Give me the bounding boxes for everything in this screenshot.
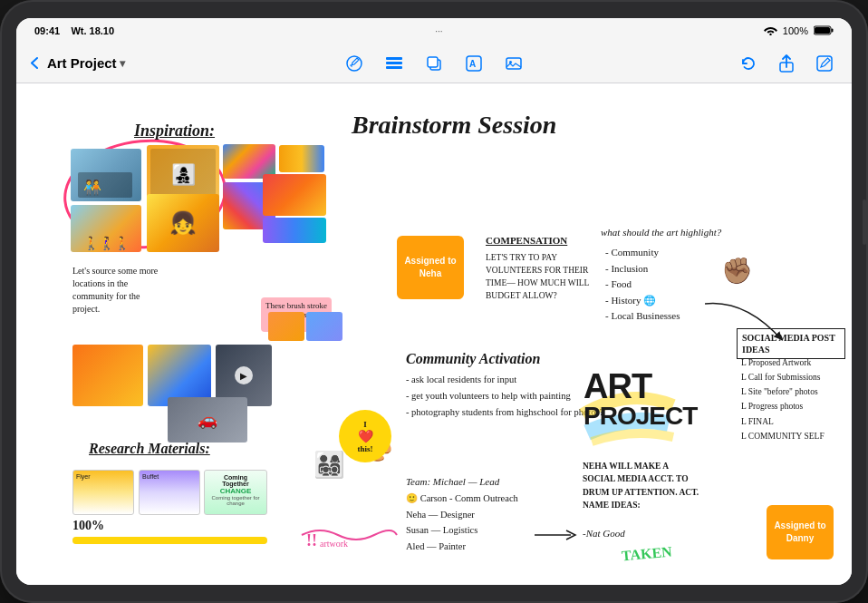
svg-rect-5 bbox=[386, 57, 402, 60]
neha-note: NEHA WILL MAKE A SOCIAL MEDIA ACCT. TO D… bbox=[583, 460, 700, 511]
doc-thumb-change[interactable]: Coming Together CHANGE Coming together f… bbox=[204, 470, 267, 515]
change-label: CHANGE bbox=[208, 487, 263, 495]
team-section: Team: Michael — Lead 🙂 Carson - Comm Out… bbox=[406, 473, 518, 555]
checklist: - Community - Inclusion - Food - History… bbox=[605, 245, 680, 325]
car-photo[interactable]: 🚗 bbox=[168, 397, 247, 443]
compensation-note: COMPENSATION LET'S TRY TO PAY VOLUNTEERS… bbox=[486, 233, 603, 303]
document-title[interactable]: Art Project ▾ bbox=[47, 55, 125, 71]
ipad-frame: 09:41 Wt. 18.10 ··· 100% bbox=[0, 0, 868, 603]
team-arrow bbox=[535, 526, 580, 544]
assigned-neha-sticky[interactable]: Assigned to Neha bbox=[397, 236, 464, 299]
time-display: 09:41 bbox=[34, 25, 60, 36]
toolbar-right bbox=[574, 51, 837, 76]
doc-thumb-1[interactable]: Flyer bbox=[72, 470, 134, 515]
svg-rect-3 bbox=[815, 27, 830, 34]
text-tool-button[interactable]: A bbox=[461, 51, 487, 76]
arrow-svg bbox=[705, 299, 786, 345]
svg-rect-7 bbox=[386, 66, 402, 69]
doc-thumb-2[interactable]: Buffet bbox=[139, 470, 200, 515]
svg-text:A: A bbox=[469, 59, 476, 69]
source-note: Let's source some more locations in the … bbox=[72, 265, 159, 316]
battery-icon bbox=[814, 25, 834, 37]
community-sketch: 👨‍👩‍👧‍👦 bbox=[288, 428, 370, 501]
title-chevron: ▾ bbox=[120, 57, 125, 70]
toolbar: Art Project ▾ A bbox=[16, 44, 852, 83]
image-tool-button[interactable] bbox=[501, 51, 526, 76]
side-button[interactable] bbox=[863, 199, 866, 245]
exclamation-text: !! bbox=[306, 531, 317, 550]
list-tool-button[interactable] bbox=[381, 51, 407, 76]
fist-emoji: ✊🏽 bbox=[721, 256, 753, 286]
svg-point-0 bbox=[769, 33, 771, 34]
title-text: Art Project bbox=[47, 55, 117, 71]
art-project-logo: ART PROJECT bbox=[583, 369, 697, 429]
status-time: 09:41 Wt. 18.10 bbox=[34, 25, 114, 36]
social-media-items: L Proposed Artwork L Call for Submission… bbox=[741, 355, 825, 443]
compensation-body: LET'S TRY TO PAY VOLUNTEERS FOR THEIR TI… bbox=[486, 251, 603, 303]
copy-tool-button[interactable] bbox=[421, 51, 447, 76]
pencil-tool-button[interactable] bbox=[342, 51, 367, 76]
svg-rect-15 bbox=[817, 56, 832, 71]
photo-1[interactable]: 🧑‍🤝‍🧑 bbox=[71, 149, 141, 201]
art-text-line1: ART bbox=[583, 369, 697, 404]
svg-point-4 bbox=[347, 56, 362, 71]
smiley: 🙂 bbox=[406, 493, 418, 503]
location-photo-1[interactable] bbox=[72, 345, 143, 406]
center-dots: ··· bbox=[435, 26, 442, 36]
svg-rect-9 bbox=[428, 57, 438, 67]
photo-abstract1[interactable] bbox=[279, 145, 324, 172]
research-heading: Research Materials: bbox=[89, 441, 210, 457]
back-button[interactable] bbox=[31, 56, 43, 71]
inspiration-heading: Inspiration: bbox=[134, 122, 215, 141]
svg-rect-2 bbox=[831, 28, 833, 32]
abstract-photo-orange[interactable] bbox=[268, 312, 304, 341]
progress-percent: 100% bbox=[72, 519, 104, 533]
art-text-line2: PROJECT bbox=[583, 404, 697, 429]
svg-text:artwork: artwork bbox=[320, 539, 348, 549]
signature: -Nat Good bbox=[583, 528, 625, 539]
undo-button[interactable] bbox=[736, 51, 761, 76]
photo-6[interactable]: 👧 bbox=[147, 194, 219, 252]
svg-rect-12 bbox=[506, 58, 521, 69]
toolbar-center: A bbox=[302, 51, 565, 76]
status-right: 100% bbox=[764, 25, 834, 37]
photo-abstract3[interactable] bbox=[263, 218, 326, 243]
brainstorm-heading: Brainstorm Session bbox=[352, 111, 556, 140]
what-question: what should the art highlight? bbox=[601, 227, 721, 238]
svg-rect-6 bbox=[386, 62, 402, 64]
assigned-danny-sticky[interactable]: Assigned to Danny bbox=[767, 505, 834, 559]
abstract-photo-blue2[interactable] bbox=[306, 312, 342, 341]
community-heading: Community Activation bbox=[406, 351, 540, 367]
battery-label: 100% bbox=[783, 25, 808, 36]
date-display: Wt. 18.10 bbox=[71, 25, 114, 36]
social-media-title: SOCIAL MEDIA POST IDEAS bbox=[737, 328, 845, 359]
taken-label: TAKEN bbox=[621, 544, 672, 565]
wifi-icon bbox=[764, 25, 777, 37]
status-bar: 09:41 Wt. 18.10 ··· 100% bbox=[16, 18, 852, 44]
progress-bar bbox=[72, 537, 267, 544]
photo-5[interactable]: 🚶🚶‍♀️🚶 bbox=[71, 205, 141, 252]
ipad-screen: 09:41 Wt. 18.10 ··· 100% bbox=[16, 18, 852, 585]
canvas-area[interactable]: 🧑‍🤝‍🧑 👩‍👧‍👦 🚶🚶‍♀️🚶 👧 bbox=[16, 83, 852, 585]
globe-emoji: 🌐 bbox=[643, 295, 656, 306]
edit-button[interactable] bbox=[812, 51, 837, 76]
svg-point-13 bbox=[509, 61, 512, 63]
source-note-text: Let's source some more locations in the … bbox=[72, 266, 158, 314]
toolbar-left: Art Project ▾ bbox=[31, 55, 294, 71]
photo-abstract2[interactable] bbox=[263, 174, 326, 216]
share-button[interactable] bbox=[774, 51, 799, 76]
compensation-title: COMPENSATION bbox=[486, 233, 603, 248]
community-items: - ask local residents for input - get yo… bbox=[406, 372, 603, 421]
